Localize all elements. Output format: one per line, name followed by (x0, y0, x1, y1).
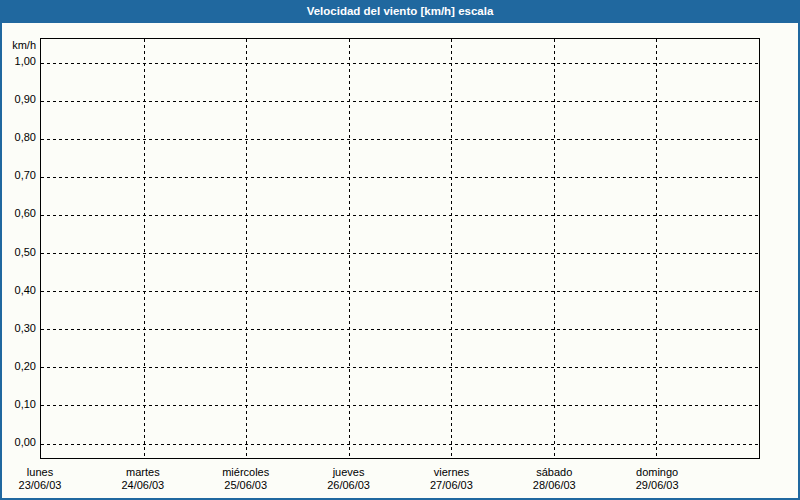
y-axis-unit-label: km/h (0, 39, 36, 52)
x-tick-date: 24/06/03 (98, 479, 188, 492)
y-tick-label: 0,70 (0, 169, 36, 182)
x-tick-day: martes (98, 466, 188, 479)
x-tick-day: jueves (304, 466, 394, 479)
x-tick-day: miércoles (201, 466, 291, 479)
x-tick-label: domingo29/06/03 (612, 466, 702, 492)
y-tick-label: 0,80 (0, 131, 36, 144)
x-tick-date: 23/06/03 (0, 479, 85, 492)
plot-area (40, 38, 760, 459)
y-tick-label: 0,60 (0, 207, 36, 220)
y-tick-label: 1,00 (0, 55, 36, 68)
x-tick-date: 27/06/03 (406, 479, 496, 492)
x-tick-label: sábado28/06/03 (509, 466, 599, 492)
y-tick-label: 0,20 (0, 360, 36, 373)
y-tick-label: 0,00 (0, 436, 36, 449)
y-tick-label: 0,90 (0, 93, 36, 106)
x-tick-day: sábado (509, 466, 599, 479)
x-tick-label: viernes27/06/03 (406, 466, 496, 492)
x-tick-date: 25/06/03 (201, 479, 291, 492)
x-tick-date: 28/06/03 (509, 479, 599, 492)
x-tick-day: domingo (612, 466, 702, 479)
x-tick-date: 29/06/03 (612, 479, 702, 492)
y-tick-label: 0,10 (0, 398, 36, 411)
gridlines-svg (41, 39, 759, 458)
x-tick-label: lunes23/06/03 (0, 466, 85, 492)
y-tick-label: 0,40 (0, 284, 36, 297)
chart-window-frame: Velocidad del viento [km/h] escala km/h … (0, 0, 800, 500)
x-tick-day: lunes (0, 466, 85, 479)
x-tick-label: miércoles25/06/03 (201, 466, 291, 492)
y-tick-label: 0,30 (0, 322, 36, 335)
x-tick-label: martes24/06/03 (98, 466, 188, 492)
x-tick-day: viernes (406, 466, 496, 479)
chart-title-bar: Velocidad del viento [km/h] escala (0, 0, 800, 23)
x-tick-date: 26/06/03 (304, 479, 394, 492)
chart-title: Velocidad del viento [km/h] escala (307, 5, 494, 17)
x-tick-label: jueves26/06/03 (304, 466, 394, 492)
y-tick-label: 0,50 (0, 246, 36, 259)
